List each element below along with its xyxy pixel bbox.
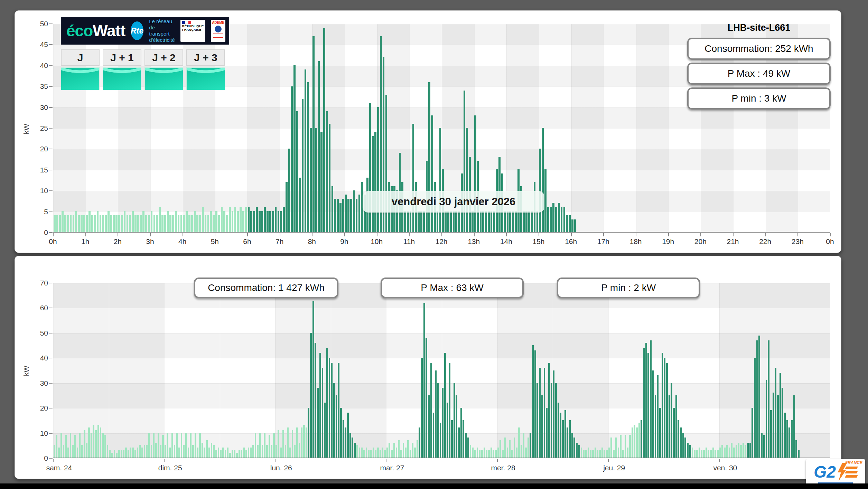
consumption-bar: [571, 219, 573, 232]
x-tick-label-hour: 16h: [565, 237, 577, 246]
consumption-bar: [292, 430, 293, 458]
consumption-bar: [620, 435, 622, 458]
consumption-bar: [222, 448, 224, 458]
x-tick-label-hour: 13h: [468, 237, 480, 246]
consumption-bar: [410, 450, 411, 458]
consumption-bar: [221, 207, 223, 232]
consumption-bar: [282, 430, 284, 458]
consumption-bar: [296, 427, 298, 458]
ademe-logo: ADEME: [211, 20, 225, 42]
y-tick-label: 20: [29, 145, 48, 153]
consumption-bar: [207, 215, 209, 232]
consumption-bar: [77, 448, 78, 458]
consumption-bar: [743, 443, 744, 458]
x-tick-label-hour: 6h: [243, 237, 251, 246]
consumption-bar: [393, 443, 395, 458]
consumption-bar: [107, 445, 109, 458]
consumption-bar: [542, 128, 544, 232]
consumption-bar: [264, 207, 266, 232]
consumption-bar: [629, 435, 631, 458]
ecowatt-signal-j-image[interactable]: [61, 67, 100, 90]
consumption-bar: [708, 450, 709, 458]
x-tick-label-hour: 2h: [114, 237, 122, 246]
consumption-bar: [412, 443, 413, 458]
weekly-consumption-plot[interactable]: [53, 283, 830, 458]
consumption-bar: [647, 353, 649, 458]
consumption-bar: [185, 433, 187, 458]
consumption-bar: [500, 440, 501, 458]
consumption-bar: [729, 448, 730, 458]
consumption-bar: [550, 207, 552, 232]
consumption-bar: [447, 211, 449, 232]
consumption-bar: [78, 215, 80, 232]
consumption-bar: [652, 370, 654, 458]
consumption-bar: [539, 149, 541, 232]
consumption-bar: [433, 413, 435, 458]
consumption-bar: [333, 383, 335, 458]
consumption-bar: [493, 450, 494, 458]
consumption-bar: [525, 448, 527, 458]
consumption-bar: [162, 435, 164, 458]
consumption-bar: [153, 215, 156, 232]
consumption-bar: [56, 215, 58, 232]
consumption-bar: [315, 343, 316, 458]
day-button-j[interactable]: J: [61, 49, 100, 90]
consumption-bar: [407, 440, 409, 458]
consumption-bar: [84, 430, 85, 458]
y-tick-label: 30: [29, 379, 48, 387]
consumption-bar: [347, 413, 349, 458]
consumption-bar: [111, 453, 113, 458]
ecowatt-signal-j1-image[interactable]: [103, 67, 141, 90]
consumption-bar: [539, 368, 541, 458]
day-button-j2[interactable]: J + 2: [144, 49, 183, 90]
x-tick-mark: [441, 233, 442, 236]
consumption-bar: [514, 438, 515, 458]
consumption-bar: [271, 445, 272, 458]
y-tick-label: 40: [29, 354, 48, 362]
x-tick-label-day: sam. 24: [46, 464, 72, 472]
consumption-bar: [396, 448, 398, 458]
consumption-bar: [280, 211, 282, 232]
consumption-bar: [110, 215, 112, 232]
consumption-bar: [398, 440, 400, 458]
consumption-bar: [257, 445, 259, 458]
consumption-bar: [132, 448, 134, 458]
consumption-bar: [511, 450, 513, 458]
consumption-bar: [555, 383, 557, 458]
consumption-bar: [232, 450, 233, 458]
consumption-bar: [361, 448, 363, 458]
consumption-bar: [262, 445, 263, 458]
consumption-bar: [123, 450, 124, 458]
y-tick-mark: [49, 44, 53, 45]
consumption-bar: [775, 368, 776, 458]
consumption-bar: [562, 420, 564, 458]
consumption-bar: [486, 450, 487, 458]
consumption-bar: [684, 438, 686, 458]
x-tick-mark: [733, 233, 734, 236]
ecowatt-signal-j2-image[interactable]: [144, 67, 183, 90]
y-tick-label: 5: [29, 208, 48, 216]
consumption-bar: [349, 433, 351, 458]
day-button-j1[interactable]: J + 1: [103, 49, 141, 90]
ecowatt-signal-j3-image[interactable]: [186, 67, 225, 90]
consumption-bar: [374, 132, 376, 232]
consumption-bar: [67, 448, 69, 458]
x-tick-label-hour: 0h: [826, 237, 834, 246]
rte-tagline: Le réseau de transport d'électricité: [149, 18, 175, 43]
consumption-bar: [788, 427, 790, 458]
day-button-j3[interactable]: J + 3: [186, 49, 225, 90]
ecowatt-day-buttons: J J + 1 J + 2 J + 3: [61, 49, 225, 90]
consumption-bar: [472, 211, 474, 232]
x-tick-mark: [344, 233, 345, 236]
consumption-bar: [269, 211, 271, 232]
consumption-bar: [183, 215, 185, 232]
consumption-bar: [726, 445, 728, 458]
consumption-bar: [696, 450, 698, 458]
consumption-bar: [363, 450, 365, 458]
consumption-bar: [299, 178, 301, 232]
y-tick-label: 60: [29, 304, 48, 312]
x-tick-label-hour: 23h: [792, 237, 804, 246]
consumption-bar: [108, 211, 110, 232]
consumption-bar: [604, 450, 605, 458]
consumption-bar: [202, 443, 203, 458]
